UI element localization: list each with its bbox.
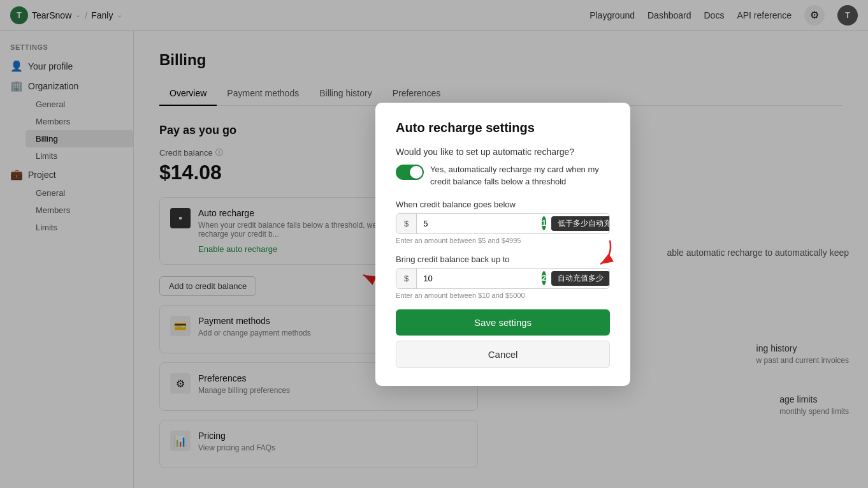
save-arrow bbox=[578, 237, 616, 271]
threshold-badge: 1 bbox=[542, 216, 546, 230]
toggle-label: Yes, automatically recharge my card when… bbox=[430, 163, 610, 188]
auto-recharge-modal: Auto recharge settings Would you like to… bbox=[375, 103, 630, 386]
recharge-prefix: $ bbox=[396, 269, 417, 288]
modal-title: Auto recharge settings bbox=[396, 121, 610, 135]
threshold-prefix: $ bbox=[396, 214, 417, 233]
toggle-row: Yes, automatically recharge my card when… bbox=[396, 163, 610, 188]
modal-question: Would you like to set up automatic recha… bbox=[396, 147, 610, 157]
toggle-knob bbox=[410, 166, 423, 179]
save-settings-button[interactable]: Save settings bbox=[396, 309, 610, 336]
threshold-field-row: $ 1 低于多少自动充值 bbox=[396, 213, 610, 234]
cancel-button[interactable]: Cancel bbox=[396, 341, 610, 368]
recharge-tooltip: 自动充值多少 bbox=[551, 271, 610, 286]
recharge-hint: Enter an amount between $10 and $5000 bbox=[396, 292, 610, 299]
recharge-input[interactable] bbox=[417, 269, 537, 288]
threshold-tooltip: 低于多少自动充值 bbox=[551, 216, 610, 231]
threshold-input[interactable] bbox=[417, 214, 537, 233]
threshold-label: When credit balance goes below bbox=[396, 200, 610, 209]
recharge-badge: 2 bbox=[542, 271, 546, 285]
auto-recharge-toggle[interactable] bbox=[396, 165, 424, 180]
